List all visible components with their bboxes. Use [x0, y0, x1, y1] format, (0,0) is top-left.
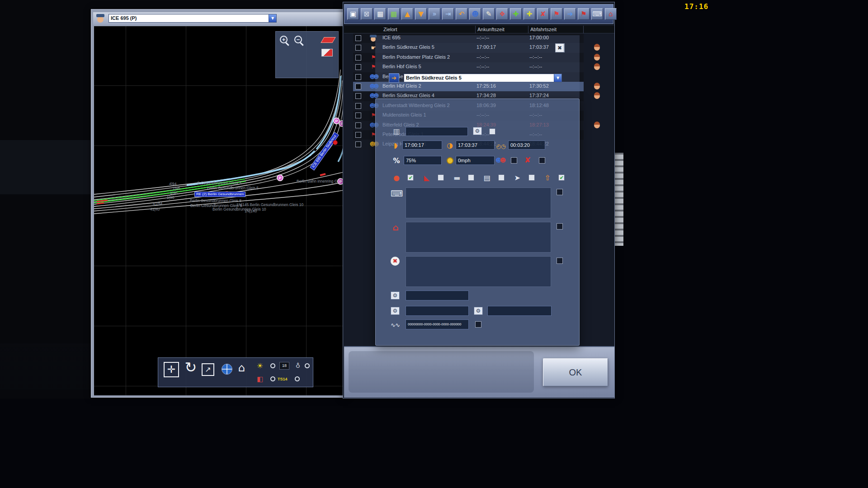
- report-button[interactable]: ✎: [483, 8, 495, 20]
- duration-field[interactable]: 00:03:20: [508, 141, 545, 150]
- drivers-button[interactable]: ☻: [469, 8, 481, 20]
- stop-editor-overlay-top: [375, 35, 580, 99]
- radio-option-4[interactable]: [295, 376, 300, 381]
- link-tool-icon[interactable]: ♁: [294, 362, 302, 369]
- radio-option-2[interactable]: [305, 363, 310, 368]
- remove-red-icon: ✘: [540, 11, 546, 18]
- ok-button[interactable]: OK: [543, 358, 608, 386]
- add-yellow-button[interactable]: ✚: [524, 8, 535, 20]
- signal-dot-icon[interactable]: [333, 140, 338, 145]
- editor-toolbar: ▣⊠▦▦▲▼»⇥↶☻✎❖✚✚✘⚑➔⚑⌨⌂: [344, 4, 613, 24]
- grid-button[interactable]: ▦: [374, 8, 386, 20]
- row-checkbox[interactable]: [355, 74, 361, 80]
- row-checkbox[interactable]: [355, 103, 361, 109]
- track-map-viewport[interactable]: 4|941|951|961|9841|9441|40S Gesundbrunne…: [94, 26, 345, 395]
- remove-stop-button[interactable]: ✖: [555, 43, 564, 52]
- crossing-checkbox[interactable]: [557, 258, 563, 264]
- track-label: 1|98: [167, 195, 174, 200]
- drag-tool-button[interactable]: ↗: [202, 363, 214, 376]
- option-4-checkbox[interactable]: [498, 174, 505, 181]
- row-checkbox[interactable]: [355, 84, 361, 89]
- dice-icon[interactable]: ◧: [255, 375, 265, 383]
- delete-button[interactable]: ⊠: [361, 8, 373, 20]
- portal-button[interactable]: ➔: [564, 8, 576, 20]
- to-end-button[interactable]: ⇥: [442, 8, 454, 20]
- radio-option-3[interactable]: [270, 376, 275, 381]
- flag-add-button[interactable]: ⚑: [551, 8, 562, 20]
- radio-option-1[interactable]: [270, 363, 275, 368]
- row-checkbox[interactable]: [355, 122, 361, 128]
- row-checkbox[interactable]: [355, 55, 361, 61]
- option-6-checkbox[interactable]: ✔: [558, 174, 565, 181]
- column-header-ankunftszeit: Ankunftszeit: [477, 26, 505, 33]
- undo-button[interactable]: ↶: [456, 8, 467, 20]
- performance-icon: %: [392, 156, 401, 166]
- crossing-textarea[interactable]: [406, 256, 551, 287]
- cancel-checkbox[interactable]: [539, 157, 545, 164]
- row-checkbox[interactable]: [355, 93, 361, 99]
- row-checkbox[interactable]: [355, 35, 361, 41]
- duration-icon: ◴◷: [495, 141, 507, 151]
- consist-checkbox[interactable]: [489, 128, 495, 135]
- home-view-button[interactable]: ⌂: [235, 361, 248, 374]
- add-green-button[interactable]: ✚: [510, 8, 522, 20]
- camera-field-3[interactable]: [487, 306, 552, 316]
- row-checkbox[interactable]: [355, 45, 361, 51]
- grid-icon: ▦: [377, 11, 383, 18]
- platform-marker-icon[interactable]: P: [277, 174, 283, 181]
- depot-icon: ⌂: [609, 11, 613, 18]
- destination-dropdown[interactable]: Berlin Südkreuz Gleis 5 ▼: [404, 74, 562, 82]
- option-5-checkbox[interactable]: [528, 174, 535, 181]
- message-checkbox[interactable]: [557, 189, 563, 195]
- row-checkbox[interactable]: [355, 132, 361, 138]
- building-facade: [615, 153, 623, 246]
- speed-field[interactable]: 0mph: [456, 156, 495, 165]
- rotate-tool-button[interactable]: ↻: [183, 359, 199, 376]
- departure-time-field[interactable]: 17:03:37: [456, 141, 495, 150]
- option-3-checkbox[interactable]: [468, 174, 474, 181]
- flag-tool-icon[interactable]: [321, 49, 333, 56]
- depot-button[interactable]: ⌂: [605, 8, 617, 20]
- chevron-down-icon[interactable]: ▼: [269, 14, 276, 22]
- performance-field[interactable]: 75%: [404, 156, 442, 165]
- remove-red-button[interactable]: ✘: [537, 8, 549, 20]
- cancel-stop-icon[interactable]: ✘: [523, 155, 533, 165]
- weather-icon[interactable]: ☀: [255, 361, 265, 370]
- depot-textarea[interactable]: [406, 222, 551, 253]
- pan-tool-button[interactable]: ✛: [164, 362, 179, 377]
- keyboard-button[interactable]: ⌨: [591, 8, 603, 20]
- zoom-out-button[interactable]: −: [294, 36, 302, 43]
- row-checkbox[interactable]: [355, 141, 361, 147]
- depot-checkbox[interactable]: [557, 223, 563, 230]
- tiles-button[interactable]: ❖: [496, 8, 508, 20]
- move-down-icon: ▼: [418, 11, 424, 18]
- move-up-button[interactable]: ▲: [401, 8, 413, 20]
- camera-field-1[interactable]: [406, 291, 469, 300]
- row-checkbox[interactable]: [355, 113, 361, 118]
- option-1-checkbox[interactable]: ✔: [407, 174, 414, 181]
- track-label: 41|40: [150, 207, 160, 211]
- guid-checkbox[interactable]: [475, 321, 481, 328]
- marker-tool-icon[interactable]: [321, 37, 336, 43]
- world-clock: 17:16: [684, 2, 708, 11]
- save-button[interactable]: ▣: [347, 8, 359, 20]
- passengers-checkbox[interactable]: [511, 157, 517, 164]
- flag-button[interactable]: ⚑: [578, 8, 590, 20]
- globe-view-button[interactable]: [222, 364, 232, 375]
- camera-settings-icon: ⚙: [474, 307, 483, 315]
- consist-field[interactable]: [406, 127, 468, 136]
- zoom-in-button[interactable]: +: [280, 36, 288, 43]
- delete-icon: ⊠: [364, 11, 370, 18]
- guid-field[interactable]: 00000000-0000-0000-0000-000000: [406, 319, 469, 329]
- arrival-time-field[interactable]: 17:00:17: [402, 141, 442, 150]
- service-selector-dropdown[interactable]: ICE 695 (P) ▼: [108, 14, 277, 23]
- chevron-down-icon[interactable]: ▼: [554, 74, 561, 82]
- monitor-settings-icon[interactable]: ⚙: [473, 127, 482, 135]
- forward-button[interactable]: »: [429, 8, 440, 20]
- camera-field-2[interactable]: [406, 306, 469, 316]
- row-checkbox[interactable]: [355, 64, 361, 70]
- move-down-button[interactable]: ▼: [415, 8, 427, 20]
- grid-add-button[interactable]: ▦: [388, 8, 400, 20]
- option-2-checkbox[interactable]: [438, 174, 444, 181]
- message-textarea[interactable]: [406, 188, 551, 218]
